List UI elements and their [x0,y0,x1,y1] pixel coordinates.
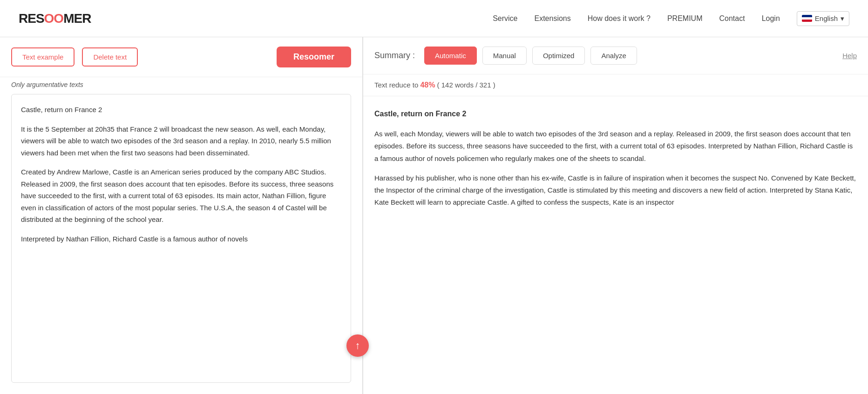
summary-content: Castle, return on France 2 As well, each… [363,96,868,394]
summary-label: Summary : [374,51,415,60]
stats-text-before: Text reduce to [374,81,420,89]
header: RESOOMER Service Extensions How does it … [0,0,868,37]
main-nav: Service Extensions How does it work ? PR… [493,11,849,26]
text-example-button[interactable]: Text example [11,47,75,67]
resoomer-button[interactable]: Resoomer [277,47,351,67]
nav-how-it-works[interactable]: How does it work ? [588,14,651,23]
left-toolbar: Text example Delete text Resoomer [0,37,362,77]
tab-optimized[interactable]: Optimized [532,47,585,65]
tab-manual[interactable]: Manual [482,47,527,65]
text-input-area[interactable]: Castle, return on France 2 It is the 5 S… [11,94,351,383]
only-argumentative-label: Only argumentative texts [0,77,362,94]
logo[interactable]: RESOOMER [19,11,91,26]
nav-service[interactable]: Service [493,14,517,23]
nav-premium[interactable]: PREMIUM [667,14,703,23]
flag-icon [802,15,812,22]
tab-analyze[interactable]: Analyze [590,47,637,65]
right-panel: Summary : Automatic Manual Optimized Ana… [363,37,868,394]
summary-paragraph-2: Harassed by his publisher, who is none o… [374,172,857,209]
summary-title: Castle, return on France 2 [374,107,857,120]
scroll-up-button[interactable]: ↑ [346,334,369,357]
article-paragraph-2: Created by Andrew Marlowe, Castle is an … [21,166,341,226]
nav-login[interactable]: Login [762,14,780,23]
delete-text-button[interactable]: Delete text [82,47,138,67]
nav-contact[interactable]: Contact [719,14,745,23]
tab-automatic[interactable]: Automatic [424,47,477,65]
lang-label: English [815,14,838,22]
logo-text-1: RES [19,11,44,26]
language-selector[interactable]: English ▾ [797,11,849,26]
article-paragraph-3: Interpreted by Nathan Fillion, Richard C… [21,233,341,245]
article-paragraph-1: It is the 5 September at 20h35 that Fran… [21,123,341,159]
article-title: Castle, return on France 2 [21,104,341,116]
right-toolbar: Summary : Automatic Manual Optimized Ana… [363,37,868,74]
logo-text-2: MER [63,11,91,26]
logo-oo: OO [44,11,64,26]
stats-text-after: ( 142 words / 321 ) [435,81,495,89]
nav-extensions[interactable]: Extensions [535,14,571,23]
stats-bar: Text reduce to 48% ( 142 words / 321 ) [363,74,868,96]
chevron-down-icon: ▾ [841,14,844,23]
left-panel: Text example Delete text Resoomer Only a… [0,37,363,394]
stats-percentage: 48% [420,81,435,89]
summary-paragraph-1: As well, each Monday, viewers will be ab… [374,128,857,165]
main-container: Text example Delete text Resoomer Only a… [0,37,868,394]
help-link[interactable]: Help [842,52,857,60]
